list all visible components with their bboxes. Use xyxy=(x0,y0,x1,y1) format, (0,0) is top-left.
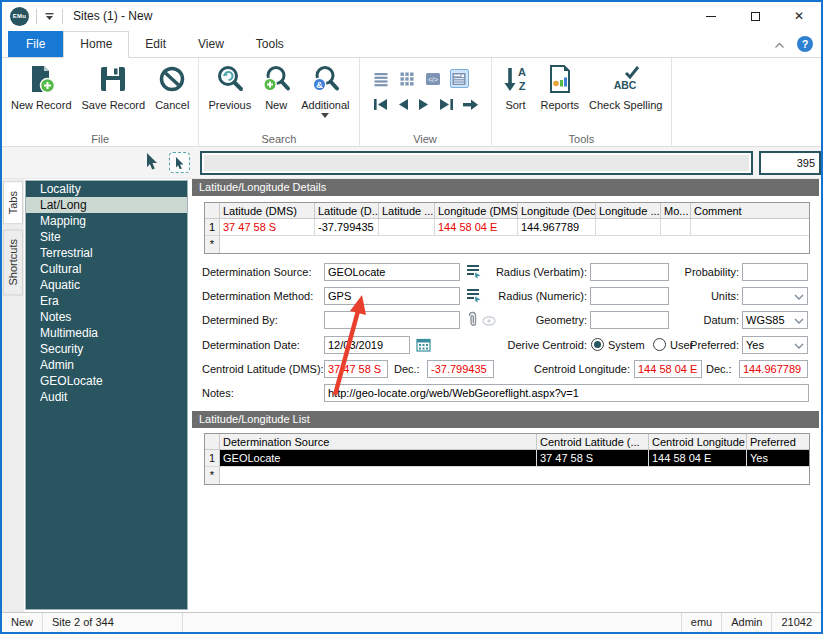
units-dropdown[interactable] xyxy=(742,287,808,305)
new-row-cells[interactable] xyxy=(220,467,809,484)
cell-latitude-dms[interactable]: 37 47 58 S xyxy=(220,219,315,236)
table-new-row[interactable]: * xyxy=(205,236,809,253)
radius-verbatim-field[interactable] xyxy=(590,263,669,281)
nav-next-icon[interactable] xyxy=(417,97,431,116)
sidebar-item-mapping[interactable]: Mapping xyxy=(26,213,187,229)
sidebar-item-security[interactable]: Security xyxy=(26,341,187,357)
grid-view-icon[interactable] xyxy=(398,69,417,88)
table-row-selected[interactable]: 1 GEOLocate 37 47 58 S 144 58 04 E Yes xyxy=(205,450,809,467)
sidebar-item-era[interactable]: Era xyxy=(26,293,187,309)
maximize-button[interactable] xyxy=(733,2,777,30)
sidebar-item-geolocate[interactable]: GEOLocate xyxy=(26,373,187,389)
sidebar-item-cultural[interactable]: Cultural xyxy=(26,261,187,277)
derive-user-radio[interactable] xyxy=(653,338,666,351)
determination-method-field[interactable]: GPS xyxy=(324,287,460,305)
geometry-field[interactable] xyxy=(590,311,669,329)
column-header[interactable]: Latitude ... xyxy=(379,203,435,219)
determination-source-field[interactable]: GEOLocate xyxy=(324,263,460,281)
cell-determination-source[interactable]: GEOLocate xyxy=(220,450,537,467)
collapse-ribbon-icon[interactable] xyxy=(774,35,785,53)
cell-longitude-dms[interactable]: 144 58 04 E xyxy=(435,219,518,236)
cell-centroid-latitude[interactable]: 37 47 58 S xyxy=(537,450,649,467)
list-view-icon[interactable] xyxy=(372,69,391,88)
ribbon-tab-tools[interactable]: Tools xyxy=(240,31,300,57)
cell-preferred[interactable]: Yes xyxy=(747,450,809,467)
determined-by-field[interactable] xyxy=(324,311,460,329)
help-icon[interactable]: ? xyxy=(797,36,813,52)
sidebar-item-locality[interactable]: Locality xyxy=(26,181,187,197)
sidebar-item-aquatic[interactable]: Aquatic xyxy=(26,277,187,293)
select-record-icon[interactable] xyxy=(169,152,190,173)
record-summary-bar[interactable] xyxy=(200,151,753,175)
column-header[interactable]: Centroid Latitude (... xyxy=(537,434,649,450)
nav-first-icon[interactable] xyxy=(372,97,389,116)
new-record-button[interactable]: New Record xyxy=(6,61,77,111)
ribbon-tab-home[interactable]: Home xyxy=(63,31,129,58)
derive-system-radio[interactable] xyxy=(591,338,604,351)
latlong-list-grid[interactable]: Determination Source Centroid Latitude (… xyxy=(204,433,810,485)
save-record-button[interactable]: Save Record xyxy=(77,61,151,111)
column-header[interactable]: Longitude (Dec.) xyxy=(518,203,596,219)
sort-button[interactable]: AZ Sort xyxy=(496,61,536,111)
previous-search-button[interactable]: Previous xyxy=(203,61,256,111)
table-new-row[interactable]: * xyxy=(205,467,809,484)
datum-dropdown[interactable]: WGS85 xyxy=(742,311,808,329)
qat-customize-icon[interactable] xyxy=(44,7,55,25)
radius-numeric-field[interactable] xyxy=(590,287,669,305)
ribbon-tab-file[interactable]: File xyxy=(8,31,63,57)
latlong-details-grid[interactable]: Latitude (DMS) Latitude (D... Latitude .… xyxy=(204,202,810,254)
centroid-longitude-field[interactable]: 144 58 04 E xyxy=(634,360,702,378)
ribbon-tab-view[interactable]: View xyxy=(182,31,240,57)
reports-button[interactable]: Reports xyxy=(536,61,585,111)
ribbon-tab-edit[interactable]: Edit xyxy=(129,31,182,57)
preferred-dropdown[interactable]: Yes xyxy=(742,336,808,354)
form-view-icon[interactable] xyxy=(450,69,469,88)
notes-field[interactable]: http://geo-locate.org/web/WebGeoreflight… xyxy=(324,384,809,402)
nav-jump-icon[interactable] xyxy=(462,97,479,116)
lookup-list-icon[interactable] xyxy=(466,288,481,305)
minimize-button[interactable] xyxy=(689,2,733,30)
centroid-latitude-field[interactable]: 37 47 58 S xyxy=(324,360,388,378)
column-header[interactable]: Centroid Longitude xyxy=(649,434,747,450)
cell-longitude-other[interactable] xyxy=(596,219,661,236)
sidebar-item-terrestrial[interactable]: Terrestrial xyxy=(26,245,187,261)
sidebar-item-notes[interactable]: Notes xyxy=(26,309,187,325)
cell-mo[interactable] xyxy=(661,219,691,236)
cell-longitude-dec[interactable]: 144.967789 xyxy=(518,219,596,236)
additional-search-button[interactable]: & Additional xyxy=(296,61,354,118)
sidebar-item-audit[interactable]: Audit xyxy=(26,389,187,405)
column-header[interactable]: Longitude ... xyxy=(596,203,661,219)
sidebar-item-site[interactable]: Site xyxy=(26,229,187,245)
calendar-icon[interactable] xyxy=(416,337,431,354)
determination-date-field[interactable]: 12/03/2019 xyxy=(324,336,410,354)
check-spelling-button[interactable]: ABC Check Spelling xyxy=(584,61,667,111)
cell-centroid-longitude[interactable]: 144 58 04 E xyxy=(649,450,747,467)
cell-latitude-other[interactable] xyxy=(379,219,435,236)
attachment-icon[interactable] xyxy=(465,311,479,330)
new-search-button[interactable]: New xyxy=(256,61,296,111)
column-header[interactable]: Latitude (D... xyxy=(315,203,379,219)
nav-previous-icon[interactable] xyxy=(396,97,410,116)
tabstrip-shortcuts[interactable]: Shortcuts xyxy=(3,229,23,295)
column-header[interactable]: Preferred xyxy=(747,434,809,450)
centroid-latitude-dec-field[interactable]: -37.799435 xyxy=(427,360,494,378)
column-header[interactable]: Comment xyxy=(691,203,809,219)
cancel-button[interactable]: Cancel xyxy=(150,61,194,111)
sidebar-item-multimedia[interactable]: Multimedia xyxy=(26,325,187,341)
column-header[interactable]: Mo... xyxy=(661,203,691,219)
nav-last-icon[interactable] xyxy=(438,97,455,116)
close-button[interactable]: ✕ xyxy=(777,2,821,30)
new-row-cells[interactable] xyxy=(220,236,809,253)
column-header[interactable]: Latitude (DMS) xyxy=(220,203,315,219)
pointer-icon[interactable] xyxy=(144,152,160,174)
cell-comment[interactable] xyxy=(691,219,809,236)
sidebar-item-latlong[interactable]: Lat/Long xyxy=(26,197,187,213)
tabstrip-tabs[interactable]: Tabs xyxy=(3,181,23,224)
column-header[interactable]: Determination Source xyxy=(220,434,537,450)
probability-field[interactable] xyxy=(742,263,808,281)
code-view-icon[interactable]: </> xyxy=(424,69,443,88)
lookup-list-icon[interactable] xyxy=(466,264,481,281)
cell-latitude-dec[interactable]: -37.799435 xyxy=(315,219,379,236)
table-row[interactable]: 1 37 47 58 S -37.799435 144 58 04 E 144.… xyxy=(205,219,809,236)
column-header[interactable]: Longitude (DMS) xyxy=(435,203,518,219)
